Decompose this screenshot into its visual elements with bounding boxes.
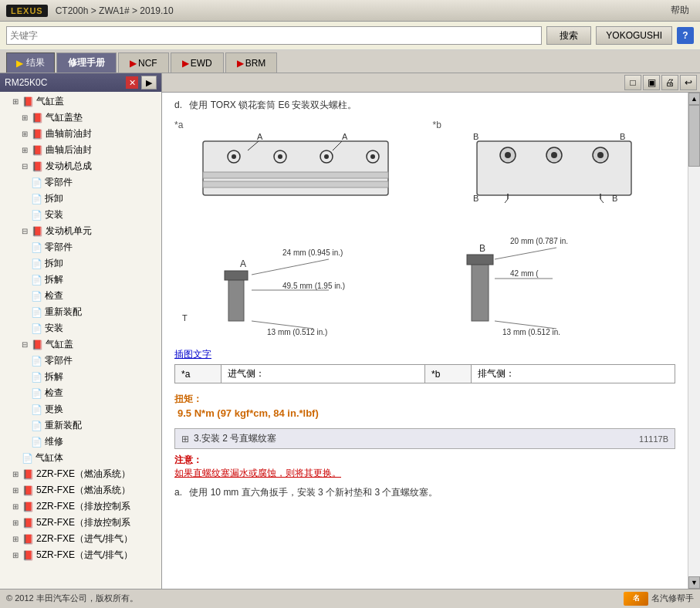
note-text[interactable]: 如果直螺纹塞漏水或腐蚀，则将其更换。 (174, 468, 341, 478)
tree-item-cylinder-head-top[interactable]: ⊞ 📕 气缸盖 (0, 93, 161, 110)
tree-label: 安装 (45, 322, 63, 335)
tree-item-replace[interactable]: 📄 更换 (0, 401, 161, 417)
svg-text:42 mm (: 42 mm ( (510, 269, 539, 278)
book-icon: 📕 (32, 226, 43, 237)
step3-code: 11117B (639, 434, 668, 444)
tree-item-reassemble2[interactable]: 📄 重新装配 (0, 417, 161, 434)
right-scrollbar[interactable]: ▲ ▼ (688, 93, 700, 589)
tree-item-reassemble1[interactable]: 📄 重新装配 (0, 304, 161, 320)
tree-label: 曲轴后油封 (46, 144, 92, 157)
scroll-up-button[interactable]: ▲ (688, 93, 700, 105)
tree-item-parts3[interactable]: 📄 零部件 (0, 353, 161, 369)
tree-item-5zr-intake[interactable]: ⊞ 📕 5ZR-FXE（进气/排气） (0, 547, 161, 563)
tree-item-2zr-fuel[interactable]: ⊞ 📕 2ZR-FXE（燃油系统） (0, 466, 161, 482)
svg-point-17 (505, 152, 511, 158)
tree-item-remove1[interactable]: 📄 拆卸 (0, 191, 161, 207)
tree-item-install1[interactable]: 📄 安装 (0, 207, 161, 223)
expand-icon: ⊞ (12, 97, 20, 106)
ncf-arrow-icon: ▶ (130, 58, 137, 69)
expand-icon: ⊞ (22, 146, 29, 154)
tab-results[interactable]: ▶ 结果 (6, 52, 55, 73)
book-icon: 📕 (22, 550, 34, 561)
book-icon: 📕 (32, 113, 43, 123)
tree-item-inspect2[interactable]: 📄 检查 (0, 385, 161, 401)
scroll-track[interactable] (688, 105, 700, 576)
doc-icon: 📄 (31, 356, 42, 366)
tree-label: 拆卸 (45, 257, 63, 270)
step-a2-instruction: a. 使用 10 mm 直六角扳手，安装 3 个新衬垫和 3 个直螺纹塞。 (174, 486, 675, 499)
tree-label: 零部件 (45, 241, 73, 254)
results-tab-label: 结果 (26, 56, 45, 69)
tree-label: 气缸盖 (36, 95, 64, 108)
svg-text:B: B (479, 243, 485, 254)
tree-item-repair[interactable]: 📄 维修 (0, 434, 161, 450)
tree-label: 零部件 (45, 176, 73, 189)
step3-header[interactable]: ⊞ 3.安装 2 号直螺纹塞 11117B (174, 428, 675, 449)
tree-item-inspect1[interactable]: 📄 检查 (0, 288, 161, 304)
tree-label: 曲轴前油封 (46, 127, 92, 140)
search-button[interactable]: 搜索 (546, 26, 591, 45)
ewd-arrow-icon: ▶ (182, 58, 189, 69)
note-title: 注意： (174, 454, 202, 465)
tree-item-engine-assy[interactable]: ⊟ 📕 发动机总成 (0, 158, 161, 174)
tab-ewd[interactable]: ▶ EWD (171, 52, 224, 73)
tree-item-disassemble[interactable]: 📄 拆解 (0, 272, 161, 288)
content-toolbar: □ ▣ 🖨 ↩ (162, 73, 700, 93)
scroll-down-button[interactable]: ▼ (688, 576, 700, 589)
tab-brm[interactable]: ▶ BRM (225, 52, 278, 73)
tree-item-disassemble2[interactable]: 📄 拆解 (0, 369, 161, 385)
doc-icon: 📄 (31, 210, 42, 221)
print-icon-button[interactable]: 🖨 (661, 75, 678, 90)
tree-item-cylinder-head[interactable]: ⊟ 📕 气缸盖 (0, 336, 161, 353)
expand-icon: ⊞ (12, 551, 20, 559)
svg-rect-41 (467, 255, 493, 265)
tree-item-5zr-fuel[interactable]: ⊞ 📕 5ZR-FXE（燃油系统） (0, 482, 161, 498)
yokogushi-button[interactable]: YOKOGUSHI (596, 26, 672, 45)
help-button[interactable]: 帮助 (666, 2, 694, 19)
tree-item-cylinder-block[interactable]: 📄 气缸体 (0, 450, 161, 466)
svg-text:B: B (612, 194, 617, 203)
torque-value: 9.5 N*m (97 kgf*cm, 84 in.*lbf) (178, 407, 675, 419)
doc-icon: 📄 (31, 323, 42, 334)
tree-item-front-seal[interactable]: ⊞ 📕 曲轴前油封 (0, 126, 161, 142)
tree-label: 气缸盖垫 (46, 111, 83, 124)
svg-text:A: A (257, 133, 263, 141)
panel-header: RM25K0C ✕ ▶ (0, 73, 161, 92)
brand-text: 名汽修帮手 (651, 593, 694, 604)
tree-item-parts1[interactable]: 📄 零部件 (0, 174, 161, 191)
doc-icon: 📄 (31, 258, 42, 269)
expand-icon: ⊟ (22, 340, 29, 349)
expand-icon: ⊞ (12, 486, 20, 495)
doc-icon: 📄 (31, 307, 42, 318)
tree-item-install2[interactable]: 📄 安装 (0, 320, 161, 336)
book-icon: 📕 (22, 502, 34, 512)
panel-close-button[interactable]: ✕ (126, 76, 138, 89)
svg-line-33 (252, 259, 329, 275)
tree-label: 检查 (45, 387, 63, 400)
tree-item-rear-seal[interactable]: ⊞ 📕 曲轴后油封 (0, 142, 161, 158)
tree-item-parts2[interactable]: 📄 零部件 (0, 239, 161, 255)
tree-area: ⊞ 📕 气缸盖 ⊞ 📕 气缸盖垫 ⊞ 📕 曲轴前油封 ⊞ 📕 曲轴后油封 ⊟ (0, 92, 161, 589)
doc-icon: 📄 (31, 194, 42, 204)
panel-nav-button[interactable]: ▶ (141, 76, 157, 90)
tab-bar: ▶ 结果 修理手册 ▶ NCF ▶ EWD ▶ BRM (0, 50, 700, 73)
back-icon-button[interactable]: ↩ (680, 75, 697, 90)
tree-item-engine-unit[interactable]: ⊟ 📕 发动机单元 (0, 223, 161, 239)
tree-item-remove2[interactable]: 📄 拆卸 (0, 255, 161, 272)
svg-point-6 (324, 154, 329, 159)
tab-manual[interactable]: 修理手册 (56, 52, 117, 73)
cylinder-head-svg-b: B B B B (469, 133, 639, 211)
tree-item-2zr-intake[interactable]: ⊞ 📕 2ZR-FXE（进气/排气） (0, 531, 161, 547)
scroll-thumb[interactable] (688, 105, 700, 167)
help-icon-button[interactable]: ? (677, 27, 694, 44)
restore-icon-button[interactable]: ▣ (643, 75, 660, 90)
tree-item-2zr-emission[interactable]: ⊞ 📕 2ZR-FXE（排放控制系 (0, 498, 161, 515)
tree-label: 更换 (45, 403, 63, 416)
tab-ncf[interactable]: ▶ NCF (118, 52, 169, 73)
tree-item-5zr-emission[interactable]: ⊞ 📕 5ZR-FXE（排放控制系 (0, 515, 161, 531)
tree-item-gasket[interactable]: ⊞ 📕 气缸盖垫 (0, 110, 161, 126)
tree-label: 气缸体 (36, 451, 63, 464)
svg-text:13 mm (0.512 in.): 13 mm (0.512 in.) (267, 328, 327, 336)
search-input[interactable] (6, 26, 542, 45)
window-icon-button[interactable]: □ (624, 75, 641, 90)
